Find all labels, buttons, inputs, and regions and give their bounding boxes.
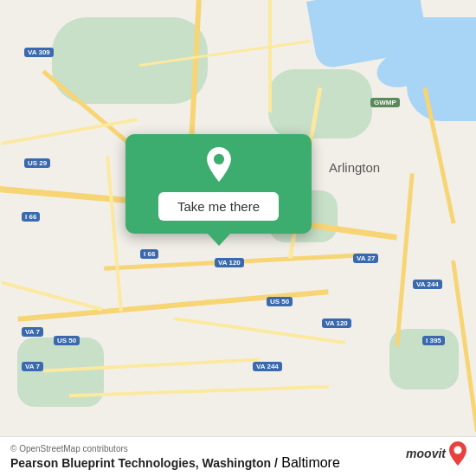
popup-card: Take me there — [125, 134, 312, 234]
location-subtitle: Baltimore — [281, 455, 340, 470]
label-us50-e: US 50 — [267, 297, 293, 306]
svg-point-0 — [213, 154, 223, 164]
map-container: VA 309 US 29 I 66 I 66 VA 7 VA 7 US 50 U… — [0, 0, 476, 476]
label-i66-e: I 66 — [140, 249, 158, 259]
label-i66-w: I 66 — [22, 212, 40, 222]
location-info: Pearson Blueprint Technologies, Washingt… — [10, 455, 340, 471]
label-us29: US 29 — [24, 158, 50, 168]
label-va244-e: VA 244 — [413, 280, 442, 289]
label-va309: VA 309 — [24, 48, 54, 57]
location-pin-icon — [202, 147, 236, 182]
label-va7-1: VA 7 — [22, 327, 43, 337]
label-gwmp: GWMP — [370, 98, 400, 107]
moovit-pin-icon — [448, 441, 467, 466]
moovit-text: moovit — [406, 447, 446, 460]
label-i395: I 395 — [422, 336, 445, 345]
copyright-text: © OpenStreetMap contributors — [10, 444, 466, 453]
take-me-there-button[interactable]: Take me there — [158, 192, 279, 221]
green-east — [268, 69, 372, 138]
moovit-logo: moovit — [406, 441, 467, 466]
location-title: Pearson Blueprint Technologies, Washingt… — [10, 456, 278, 470]
bottom-bar: © OpenStreetMap contributors Pearson Blu… — [0, 436, 476, 476]
label-va27: VA 27 — [353, 254, 378, 263]
label-va244-w: VA 244 — [253, 362, 282, 371]
label-va7-2: VA 7 — [22, 362, 43, 371]
road-local8 — [268, 0, 272, 113]
label-va120-e: VA 120 — [322, 318, 351, 328]
svg-point-1 — [454, 447, 462, 454]
green-north — [52, 17, 208, 104]
label-us50-w: US 50 — [54, 336, 80, 345]
label-va120-w: VA 120 — [215, 258, 244, 267]
